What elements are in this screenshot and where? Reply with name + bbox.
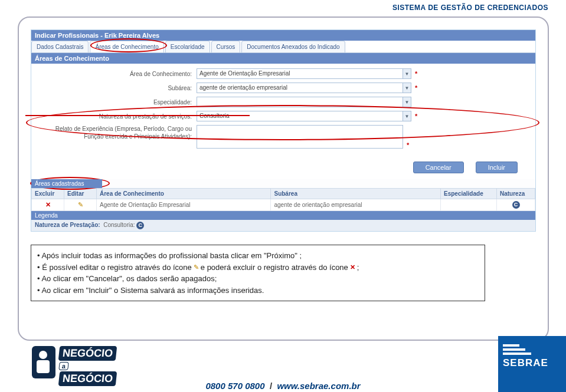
form-area: Área de Conhecimento: Agente de Orientaç… — [31, 64, 535, 157]
instruction-line-4: • Ao clicar em "Incluir" o Sistema salva… — [37, 285, 479, 297]
sebrae-bars-icon — [503, 344, 561, 355]
label-area: Área de Conhecimento: — [37, 71, 197, 77]
include-button[interactable]: Incluir — [476, 162, 518, 173]
required-icon: * — [415, 84, 417, 91]
table-header-row: Excluir Editar Área de Conhecimento Subá… — [32, 189, 535, 199]
required-icon: * — [415, 113, 417, 120]
chevron-down-icon[interactable]: ▼ — [403, 68, 411, 79]
areas-cadastradas-header: Áreas cadastradas — [31, 179, 102, 188]
tab-escolaridade[interactable]: Escolaridade — [165, 41, 210, 52]
page-header-title: SISTEMA DE GESTÃO DE CREDENCIADOS — [392, 4, 548, 12]
footer-phone: 0800 570 0800 — [205, 381, 264, 391]
select-natureza[interactable]: Consultoria — [197, 111, 403, 121]
app-panel: Indicar Profissionais - Erik Pereira Alv… — [31, 29, 536, 232]
label-natureza: Natureza da prestação de serviços: — [37, 113, 197, 120]
sebrae-text: SEBRAE — [503, 357, 561, 369]
legend-label: Natureza de Prestação: — [35, 222, 100, 228]
edit-icon[interactable]: ✎ — [78, 201, 83, 208]
annotation-strike-line — [25, 115, 250, 116]
instruction-line-2: • É possível editar o registro através d… — [37, 262, 479, 274]
legend-row: Natureza de Prestação: Consultoria: C — [31, 220, 535, 231]
select-area[interactable]: Agente de Orientação Empresarial — [197, 68, 403, 79]
required-icon: * — [407, 141, 409, 149]
chevron-down-icon[interactable]: ▼ — [403, 97, 411, 107]
label-especialidade: Especialidade: — [37, 99, 197, 106]
delete-icon: ✕ — [350, 262, 355, 272]
label-subarea: Subárea: — [37, 85, 197, 91]
cancel-button[interactable]: Cancelar — [413, 162, 464, 173]
areas-table: Excluir Editar Área de Conhecimento Subá… — [31, 188, 535, 211]
button-row: Cancelar Incluir — [31, 157, 535, 179]
delete-icon[interactable]: ✕ — [45, 201, 51, 208]
chevron-down-icon[interactable]: ▼ — [403, 111, 411, 121]
natureza-badge: C — [512, 201, 520, 209]
logo-text-1: NEGÓCIO — [58, 346, 117, 361]
footer-url: www.sebrae.com.br — [277, 381, 360, 391]
footer-separator: / — [270, 381, 272, 391]
instructions-box: • Após incluir todas as informações do p… — [31, 245, 485, 301]
chevron-down-icon[interactable]: ▼ — [403, 83, 411, 93]
col-espec: Especialidade — [441, 189, 497, 199]
instruction-line-1: • Após incluir todas as informações do p… — [37, 250, 479, 262]
tab-documentos[interactable]: Documentos Anexados do Indicado — [241, 41, 345, 52]
col-nat: Natureza — [497, 189, 535, 199]
tab-dados-cadastrais[interactable]: Dados Cadastrais — [31, 41, 89, 52]
cell-area: Agente de Orientação Empresarial — [97, 199, 271, 211]
col-area: Área de Conhecimento — [97, 189, 271, 199]
footer: 0800 570 0800 / www.sebrae.com.br — [0, 381, 566, 391]
legend-badge: C — [136, 222, 144, 229]
legend-header: Legenda — [31, 211, 535, 220]
col-excluir: Excluir — [32, 189, 64, 199]
cell-subarea: agente de orientação empresarial — [271, 199, 441, 211]
label-relato: Relato de Experiência (Empresa, Período,… — [37, 125, 197, 140]
instruction-line-3: • Ao clicar em "Cancelar", os dados serã… — [37, 273, 479, 285]
table-row: ✕ ✎ Agente de Orientação Empresarial age… — [32, 199, 535, 211]
edit-icon: ✎ — [194, 262, 199, 272]
tab-areas-conhecimento[interactable]: Áreas de Conhecimento — [90, 41, 163, 52]
tab-cursos[interactable]: Cursos — [211, 41, 241, 52]
panel-title-bar: Indicar Profissionais - Erik Pereira Alv… — [31, 30, 535, 41]
logo-text-2: a — [58, 362, 69, 370]
textarea-relato[interactable] — [197, 125, 403, 149]
col-editar: Editar — [64, 189, 97, 199]
select-subarea[interactable]: agente de orientação empresarial — [197, 83, 403, 93]
section-header-areas: Áreas de Conhecimento — [31, 53, 535, 64]
col-subarea: Subárea — [271, 189, 441, 199]
sebrae-logo: SEBRAE — [498, 336, 566, 392]
select-especialidade[interactable] — [197, 97, 403, 107]
required-icon: * — [415, 70, 417, 77]
cell-espec — [441, 199, 497, 211]
legend-value: Consultoria: — [103, 222, 135, 228]
tab-bar: Dados Cadastrais Áreas de Conhecimento E… — [31, 41, 535, 53]
main-frame: Indicar Profissionais - Erik Pereira Alv… — [18, 17, 549, 341]
